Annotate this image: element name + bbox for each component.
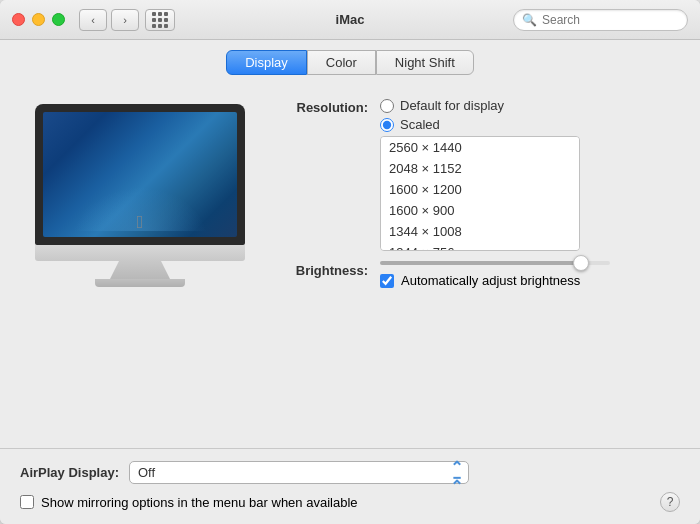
window: ‹ › iMac 🔍 Display Color Night Shift [0, 0, 700, 524]
main-section:  Resolution: Default for display [20, 93, 680, 298]
close-button[interactable] [12, 13, 25, 26]
apple-logo-icon:  [137, 212, 144, 233]
auto-brightness-row: Automatically adjust brightness [380, 273, 680, 288]
minimize-button[interactable] [32, 13, 45, 26]
brightness-slider[interactable] [380, 261, 610, 265]
maximize-button[interactable] [52, 13, 65, 26]
monitor-stand [110, 261, 170, 279]
settings-area: Resolution: Default for display Scaled 2… [280, 93, 680, 298]
monitor-screen-outer:  [35, 104, 245, 245]
traffic-lights [12, 13, 65, 26]
resolution-item[interactable]: 1600 × 1200 [381, 179, 579, 200]
mirroring-row: Show mirroring options in the menu bar w… [20, 492, 680, 512]
airplay-label: AirPlay Display: [20, 465, 119, 480]
resolution-list[interactable]: 2560 × 1440 2048 × 1152 1600 × 1200 1600… [380, 136, 580, 251]
auto-brightness-checkbox[interactable] [380, 274, 394, 288]
auto-brightness-label: Automatically adjust brightness [401, 273, 580, 288]
brightness-row [380, 261, 680, 265]
grid-icon [152, 12, 168, 28]
titlebar: ‹ › iMac 🔍 [0, 0, 700, 40]
nav-buttons: ‹ › [79, 9, 139, 31]
search-input[interactable] [542, 13, 679, 27]
resolution-label: Resolution: [280, 98, 380, 115]
bottom-section: AirPlay Display: Off On ⌃ ⌅ Show mirrori… [0, 448, 700, 524]
default-display-row: Default for display [380, 98, 680, 113]
window-title: iMac [336, 12, 365, 27]
content:  Resolution: Default for display [0, 83, 700, 448]
default-display-label: Default for display [400, 98, 504, 113]
airplay-select[interactable]: Off On [129, 461, 469, 484]
brightness-controls: Automatically adjust brightness [380, 261, 680, 288]
default-display-radio[interactable] [380, 99, 394, 113]
scaled-radio[interactable] [380, 118, 394, 132]
resolution-setting: Resolution: Default for display Scaled 2… [280, 98, 680, 251]
tab-display[interactable]: Display [226, 50, 307, 75]
scaled-label: Scaled [400, 117, 440, 132]
brightness-label: Brightness: [280, 261, 380, 278]
resolution-item[interactable]: 1344 × 1008 [381, 221, 579, 242]
tabbar: Display Color Night Shift [0, 40, 700, 83]
tab-nightshift[interactable]: Night Shift [376, 50, 474, 75]
search-box[interactable]: 🔍 [513, 9, 688, 31]
monitor-chin [35, 245, 245, 261]
back-button[interactable]: ‹ [79, 9, 107, 31]
search-icon: 🔍 [522, 13, 537, 27]
monitor-illustration:  [35, 104, 245, 287]
grid-view-button[interactable] [145, 9, 175, 31]
mirroring-checkbox[interactable] [20, 495, 34, 509]
resolution-item[interactable]: 1600 × 900 [381, 200, 579, 221]
tab-color[interactable]: Color [307, 50, 376, 75]
scaled-row: Scaled [380, 117, 680, 132]
resolution-item[interactable]: 2048 × 1152 [381, 158, 579, 179]
help-button[interactable]: ? [660, 492, 680, 512]
airplay-row: AirPlay Display: Off On ⌃ ⌅ [20, 461, 680, 484]
monitor-area:  [20, 93, 260, 298]
resolution-item[interactable]: 1344 × 756 [381, 242, 579, 251]
monitor-base [95, 279, 185, 287]
resolution-item[interactable]: 2560 × 1440 [381, 137, 579, 158]
mirroring-label: Show mirroring options in the menu bar w… [41, 495, 358, 510]
airplay-select-wrapper: Off On ⌃ ⌅ [129, 461, 469, 484]
forward-button[interactable]: › [111, 9, 139, 31]
mirroring-left: Show mirroring options in the menu bar w… [20, 495, 358, 510]
brightness-setting: Brightness: Automatically adjust brightn… [280, 261, 680, 288]
resolution-controls: Default for display Scaled 2560 × 1440 2… [380, 98, 680, 251]
